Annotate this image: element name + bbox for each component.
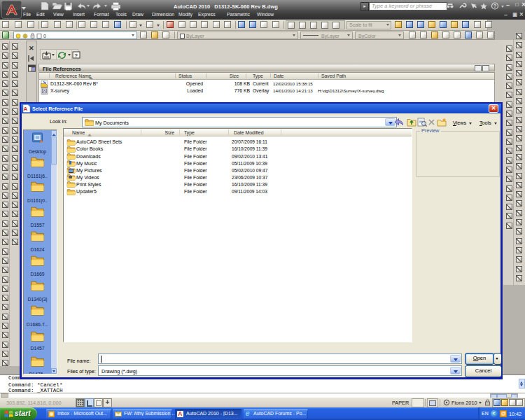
svg-text:A: A [24,106,28,112]
svg-text:?: ? [493,3,497,9]
svg-text:?: ? [74,52,78,58]
